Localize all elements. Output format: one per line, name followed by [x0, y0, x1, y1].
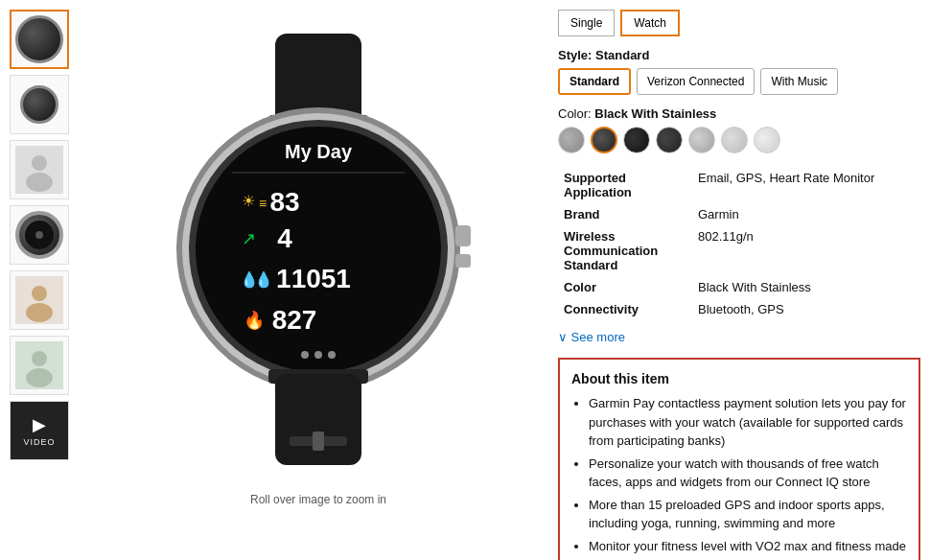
- thumb-person-img-5: [15, 276, 63, 324]
- thumbnail-video[interactable]: ▶ VIDEO: [10, 401, 69, 460]
- svg-point-14: [196, 127, 441, 372]
- svg-point-4: [32, 286, 47, 301]
- thumbnail-2[interactable]: [10, 75, 69, 134]
- spec-row-color: Color Black With Stainless: [558, 276, 920, 298]
- swatch-light[interactable]: [721, 127, 748, 153]
- about-item-3: More than 15 preloaded GPS and indoor sp…: [589, 496, 907, 533]
- spec-label-wireless: Wireless Communication Standard: [558, 225, 692, 276]
- watch-image-container[interactable]: My Day ☀ ≡ 83 ↗ 4 💧 💧 11051 🔥 827: [112, 10, 524, 489]
- spec-label-connectivity: Connectivity: [558, 298, 692, 320]
- spec-value-application: Email, GPS, Heart Rate Monitor: [692, 167, 920, 203]
- svg-rect-35: [313, 432, 324, 451]
- svg-point-2: [26, 173, 53, 192]
- format-section: Single Watch: [558, 10, 920, 36]
- spec-row-application: Supported Application Email, GPS, Heart …: [558, 167, 920, 203]
- svg-text:↗: ↗: [242, 229, 256, 248]
- swatch-black[interactable]: [623, 127, 650, 153]
- about-box: About this item Garmin Pay contactless p…: [558, 358, 920, 560]
- color-label: Color: Black With Stainless: [558, 106, 920, 121]
- svg-point-7: [32, 351, 47, 366]
- format-btn-single[interactable]: Single: [558, 10, 615, 36]
- color-swatches: [558, 127, 920, 153]
- thumbnail-5[interactable]: [10, 270, 69, 330]
- svg-text:🔥: 🔥: [244, 310, 266, 331]
- spec-row-wireless: Wireless Communication Standard 802.11g/…: [558, 225, 920, 276]
- svg-text:💧: 💧: [254, 270, 273, 289]
- format-btn-watch[interactable]: Watch: [620, 10, 680, 36]
- thumbnail-column: ▶ VIDEO: [10, 10, 79, 560]
- swatch-white[interactable]: [754, 127, 780, 153]
- svg-text:My Day: My Day: [285, 141, 353, 162]
- zoom-hint: Roll over image to zoom in: [250, 493, 386, 506]
- thumb-person-img-3: [15, 146, 63, 194]
- svg-text:☀: ☀: [242, 193, 255, 209]
- spec-row-connectivity: Connectivity Bluetooth, GPS: [558, 298, 920, 320]
- svg-rect-16: [455, 254, 471, 268]
- spec-row-brand: Brand Garmin: [558, 203, 920, 225]
- svg-text:4: 4: [277, 223, 292, 253]
- about-item-2: Personalize your watch with thousands of…: [589, 455, 907, 492]
- style-btn-verizon[interactable]: Verizon Connected: [637, 68, 755, 95]
- play-icon: ▶: [33, 414, 46, 435]
- svg-point-1: [32, 155, 47, 171]
- swatch-silver[interactable]: [688, 127, 715, 153]
- svg-rect-15: [455, 225, 471, 246]
- style-options: Standard Verizon Connected With Music: [558, 68, 920, 95]
- watch-svg: My Day ☀ ≡ 83 ↗ 4 💧 💧 11051 🔥 827: [127, 24, 510, 475]
- style-btn-music[interactable]: With Music: [760, 68, 838, 95]
- style-label: Style: Standard: [558, 48, 920, 62]
- specs-table: Supported Application Email, GPS, Heart …: [558, 167, 920, 320]
- swatch-black-stainless[interactable]: [591, 127, 617, 153]
- svg-point-5: [26, 303, 53, 322]
- svg-point-30: [314, 351, 322, 359]
- main-image-area: My Day ☀ ≡ 83 ↗ 4 💧 💧 11051 🔥 827: [88, 10, 548, 560]
- spec-value-brand: Garmin: [692, 203, 920, 225]
- svg-text:83: 83: [269, 187, 299, 217]
- thumbnail-3[interactable]: [10, 140, 69, 199]
- svg-point-29: [301, 351, 309, 359]
- thumb-person-img-6: [15, 341, 63, 389]
- spec-value-wireless: 802.11g/n: [692, 225, 920, 276]
- about-list: Garmin Pay contactless payment solution …: [571, 394, 907, 560]
- svg-point-31: [328, 351, 336, 359]
- product-details: Single Watch Style: Standard Standard Ve…: [558, 10, 920, 560]
- spec-value-color: Black With Stainless: [692, 276, 920, 298]
- video-label: VIDEO: [23, 437, 55, 447]
- about-item-4: Monitor your fitness level with VO2 max …: [589, 537, 907, 561]
- thumb-watch-img-2: [20, 85, 58, 124]
- thumb-watch-img-1: [15, 15, 63, 63]
- see-more-link[interactable]: ∨ See more: [558, 330, 920, 344]
- thumbnail-6[interactable]: [10, 336, 69, 395]
- thumb-watch-img-4: [15, 211, 63, 259]
- svg-text:827: 827: [272, 305, 317, 335]
- spec-value-connectivity: Bluetooth, GPS: [692, 298, 920, 320]
- about-item-1: Garmin Pay contactless payment solution …: [589, 394, 907, 451]
- svg-text:≡: ≡: [259, 196, 267, 211]
- spec-label-color: Color: [558, 276, 692, 298]
- spec-label-brand: Brand: [558, 203, 692, 225]
- swatch-grey[interactable]: [558, 127, 585, 153]
- about-title: About this item: [571, 371, 907, 386]
- thumbnail-1[interactable]: [10, 10, 69, 69]
- svg-rect-33: [275, 374, 361, 465]
- spec-label-application: Supported Application: [558, 167, 692, 203]
- svg-point-8: [26, 368, 53, 387]
- svg-text:11051: 11051: [276, 264, 351, 293]
- style-btn-standard[interactable]: Standard: [558, 68, 631, 95]
- thumbnail-4[interactable]: [10, 205, 69, 265]
- swatch-slate[interactable]: [656, 127, 683, 153]
- format-options: Single Watch: [558, 10, 920, 36]
